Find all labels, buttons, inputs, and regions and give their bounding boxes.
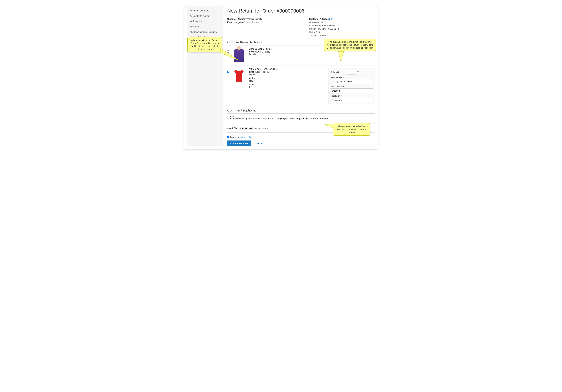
customer-address-label: Customer Address — [309, 18, 329, 20]
sidebar-item-address-book[interactable]: Address Book — [187, 19, 223, 24]
agree-policy-text: I agree to — [230, 136, 239, 138]
product-thumbnail — [232, 68, 246, 84]
resolution-label: Resolution — [330, 95, 340, 97]
item-select-checkbox[interactable] — [227, 71, 229, 73]
attr-color-label: Color — [249, 77, 309, 80]
comment-heading: Comment (optional) — [227, 108, 375, 112]
chevron-down-icon: ⌄ — [257, 53, 258, 56]
agree-policy-checkbox[interactable] — [227, 136, 229, 138]
address-line: 6146 Honey Bluff Parkway — [309, 24, 375, 27]
submit-request-button[interactable]: Submit Request — [227, 140, 251, 146]
customer-info-left: Customer Name: Veronica Costello Email: … — [227, 17, 262, 37]
callout-text: The available drop-down functionality al… — [327, 41, 373, 49]
return-qty-select[interactable]: 1 — [347, 70, 356, 75]
callout-select-items: When submitting the Return Form, Registe… — [187, 37, 222, 52]
resolution-select[interactable]: Exchange — [330, 98, 373, 102]
customer-email-label: Email: — [227, 21, 234, 23]
address-line: Calder, New York, 49628-7978 — [309, 27, 375, 31]
return-form: Return Qty 1 / 3 Return Reason * Wrong i… — [328, 68, 375, 104]
sidebar-item-my-orders[interactable]: My Orders — [187, 24, 223, 29]
account-sidebar: Account Dashboard Account Information Ad… — [187, 6, 223, 146]
callout-text: When submitting the Return Form, Registe… — [190, 39, 219, 50]
return-policy-link[interactable]: return policy — [240, 136, 252, 138]
chevron-up-icon: ⌃ — [257, 73, 258, 76]
sidebar-item-account-info[interactable]: Account Information — [187, 13, 223, 19]
customer-name-label: Customer Name: — [227, 18, 245, 20]
item-condition-label: Item Condition — [330, 85, 344, 88]
product-name: Juno Jacket-S-Purple — [249, 48, 309, 50]
attr-size-label: Size — [249, 83, 309, 86]
sku-value: WJ06-S-Purple — [255, 50, 270, 53]
details-toggle[interactable]: Details ⌄ — [249, 53, 258, 56]
choose-files-button[interactable]: Choose Files — [239, 127, 253, 130]
sku-label: SKU: — [249, 71, 255, 73]
customer-name: Veronica Costello — [246, 18, 262, 20]
product-name: Tiffany Fitness Tee-XS-Red — [249, 68, 309, 70]
attach-file-label: Attach file: — [227, 127, 237, 130]
sku-value: WS09-XS-Red — [255, 71, 269, 73]
page-title: New Return for Order #000000006 — [227, 8, 375, 14]
comment-textarea[interactable]: Hello, I've received wrong size of Fitne… — [227, 113, 375, 124]
callout-comment: The customer can submit an optional comm… — [333, 123, 370, 136]
edit-address-link[interactable]: Edit — [329, 18, 333, 20]
return-reason-select[interactable]: Wrong item was sent — [330, 79, 373, 84]
address-line: United States — [309, 31, 375, 34]
return-qty-max: / 3 — [357, 71, 359, 74]
sidebar-item-downloadable[interactable]: My Downloadable Products — [187, 29, 223, 35]
callout-dropdowns: The available drop-down functionality al… — [324, 39, 376, 51]
return-reason-label: Return Reason — [330, 76, 344, 79]
cancel-link[interactable]: Cancel — [256, 142, 262, 145]
file-status: No file chosen — [255, 127, 268, 129]
sku-label: SKU: — [249, 50, 255, 53]
details-toggle[interactable]: Details ⌃ — [249, 73, 258, 76]
customer-email: roni_cost@example.com — [234, 21, 258, 23]
item-row: Tiffany Fitness Tee-XS-Red SKU: WS09-XS-… — [227, 66, 375, 107]
address-line: Veronica Costello — [309, 21, 375, 24]
customer-address: Customer Address Edit Veronica Costello … — [309, 17, 375, 37]
attr-size-value: XS — [249, 86, 309, 88]
item-condition-select[interactable]: Opened — [330, 88, 373, 93]
sidebar-item-dashboard[interactable]: Account Dashboard — [187, 8, 223, 13]
address-line: T: (555) 229-3326 — [309, 34, 375, 37]
main-content: New Return for Order #000000006 Customer… — [227, 6, 375, 146]
return-qty-label: Return Qty — [330, 71, 346, 73]
callout-text: The customer can submit an optional comm… — [338, 125, 366, 134]
attr-color-value: Red — [249, 80, 309, 82]
